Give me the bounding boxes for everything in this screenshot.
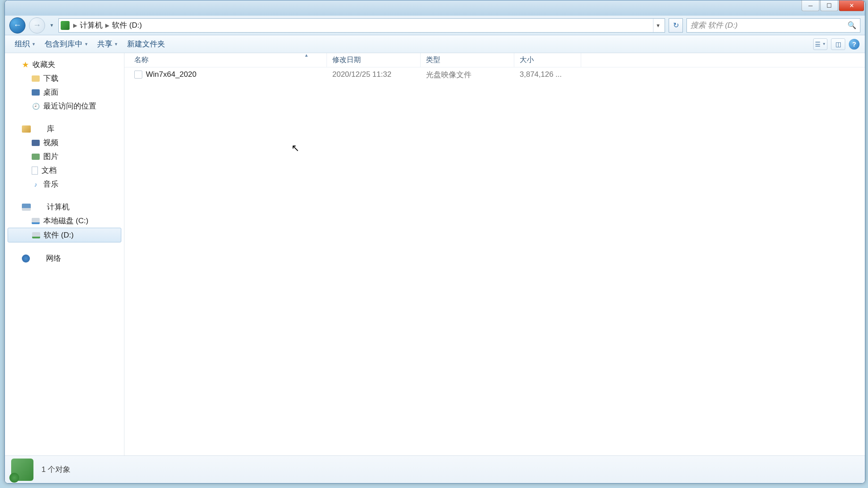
favorites-label: 收藏夹 [33,59,55,70]
breadcrumb-sep-icon: ▶ [104,22,110,29]
sidebar-item-pictures[interactable]: 图片 [5,150,124,163]
sidebar-libraries[interactable]: 库 [5,122,124,136]
minimize-icon: ─ [808,2,812,9]
network-group: 网络 [5,251,124,265]
sidebar-item-desktop[interactable]: 桌面 [5,85,124,99]
file-name-cell: Win7x64_2020 [124,70,327,79]
breadcrumb-drive[interactable]: 软件 (D:) [110,20,144,30]
music-icon: ♪ [32,180,40,188]
back-arrow-icon: ← [13,21,21,30]
titlebar: ─ ☐ ✕ [5,0,865,16]
status-text: 1 个对象 [41,464,70,475]
new-folder-button[interactable]: 新建文件夹 [123,36,169,52]
column-header-size[interactable]: 大小 [514,53,581,67]
refresh-button[interactable]: ↻ [669,18,683,33]
column-header-name[interactable]: 名称 ▲ [124,53,327,67]
sidebar-item-videos[interactable]: 视频 [5,136,124,150]
breadcrumb-sep-icon: ▶ [72,22,78,29]
maximize-icon: ☐ [827,2,832,9]
close-icon: ✕ [849,2,854,9]
sidebar-item-music[interactable]: ♪ 音乐 [5,177,124,191]
chevron-down-icon: ▼ [823,42,826,46]
forward-arrow-icon: → [33,21,41,30]
sidebar-network[interactable]: 网络 [5,251,124,265]
status-drive-icon [11,459,33,481]
close-button[interactable]: ✕ [839,0,864,11]
preview-pane-icon: ◫ [835,41,841,48]
search-placeholder: 搜索 软件 (D:) [690,20,738,30]
content-area: ★ 收藏夹 下载 桌面 🕘 最近访问的位置 [5,53,865,455]
file-date-cell: 2020/12/25 11:32 [327,70,421,79]
drive-d-label: 软件 (D:) [44,230,74,240]
sidebar-item-drive-d[interactable]: 软件 (D:) [8,228,121,242]
address-dropdown[interactable]: ▼ [653,19,663,32]
computer-icon [22,204,31,211]
computer-group: 计算机 本地磁盘 (C:) 软件 (D:) [5,200,124,242]
share-menu[interactable]: 共享 ▼ [93,36,123,52]
network-icon [22,254,30,263]
sidebar-item-drive-c[interactable]: 本地磁盘 (C:) [5,214,124,228]
library-icon [22,125,31,133]
breadcrumb-computer[interactable]: 计算机 [78,20,104,30]
chevron-down-icon: ▼ [84,42,88,46]
toolbar: 组织 ▼ 包含到库中 ▼ 共享 ▼ 新建文件夹 ☰ ▼ ◫ ? [5,35,865,53]
drive-icon [32,232,40,238]
file-name: Win7x64_2020 [146,70,196,79]
file-size-cell: 3,874,126 ... [514,70,581,79]
view-mode-button[interactable]: ☰ ▼ [813,38,827,50]
document-icon [32,167,38,175]
address-bar[interactable]: ▶ 计算机 ▶ 软件 (D:) ▼ [58,18,665,33]
videos-label: 视频 [43,138,58,148]
status-bar: 1 个对象 [5,455,865,483]
sidebar-item-downloads[interactable]: 下载 [5,71,124,85]
file-list-area: 名称 ▲ 修改日期 类型 大小 Win7x64_2020 2020/1 [124,53,865,455]
col-date-label: 修改日期 [332,55,361,65]
search-input[interactable]: 搜索 软件 (D:) 🔍 [686,18,860,33]
minimize-button[interactable]: ─ [802,0,819,11]
maximize-button[interactable]: ☐ [820,0,838,11]
computer-label: 计算机 [47,202,70,212]
sidebar-item-recent[interactable]: 🕘 最近访问的位置 [5,99,124,113]
chevron-down-icon: ▼ [114,42,118,46]
sidebar-item-documents[interactable]: 文档 [5,163,124,177]
sidebar-favorites[interactable]: ★ 收藏夹 [5,58,124,71]
chevron-down-icon: ▼ [32,42,36,46]
column-header-type[interactable]: 类型 [421,53,514,67]
drive-icon [32,218,40,224]
libraries-group: 库 视频 图片 文档 ♪ 音乐 [5,122,124,191]
sidebar-computer[interactable]: 计算机 [5,200,124,214]
col-size-label: 大小 [520,55,534,65]
star-icon: ★ [22,60,29,70]
organize-menu[interactable]: 组织 ▼ [10,36,40,52]
folder-icon [32,75,40,82]
desktop-icon [32,89,40,96]
recent-icon: 🕘 [32,102,40,110]
include-in-library-menu[interactable]: 包含到库中 ▼ [40,36,93,52]
help-button[interactable]: ? [849,39,860,50]
file-type-cell: 光盘映像文件 [421,70,514,80]
address-row: ← → ▼ ▶ 计算机 ▶ 软件 (D:) ▼ ↻ 搜索 软件 (D:) 🔍 [5,16,865,35]
column-header-date[interactable]: 修改日期 [327,53,421,67]
toolbar-right: ☰ ▼ ◫ ? [813,38,860,50]
help-icon: ? [852,40,856,48]
libraries-label: 库 [47,124,54,134]
preview-pane-button[interactable]: ◫ [831,38,845,50]
sort-ascending-icon: ▲ [304,53,309,58]
window-controls: ─ ☐ ✕ [802,0,864,12]
view-list-icon: ☰ [815,41,821,48]
pictures-label: 图片 [43,151,58,162]
nav-history-dropdown[interactable]: ▼ [49,23,55,28]
navigation-pane: ★ 收藏夹 下载 桌面 🕘 最近访问的位置 [5,53,124,455]
favorites-group: ★ 收藏夹 下载 桌面 🕘 最近访问的位置 [5,58,124,113]
col-name-label: 名称 [134,55,149,65]
include-label: 包含到库中 [45,39,83,49]
share-label: 共享 [97,39,112,49]
file-row[interactable]: Win7x64_2020 2020/12/25 11:32 光盘映像文件 3,8… [124,67,865,82]
organize-label: 组织 [15,39,30,49]
downloads-label: 下载 [43,73,58,83]
forward-button[interactable]: → [29,17,45,33]
column-headers: 名称 ▲ 修改日期 类型 大小 [124,53,865,67]
back-button[interactable]: ← [9,17,25,33]
new-folder-label: 新建文件夹 [127,39,165,49]
music-label: 音乐 [43,179,58,189]
